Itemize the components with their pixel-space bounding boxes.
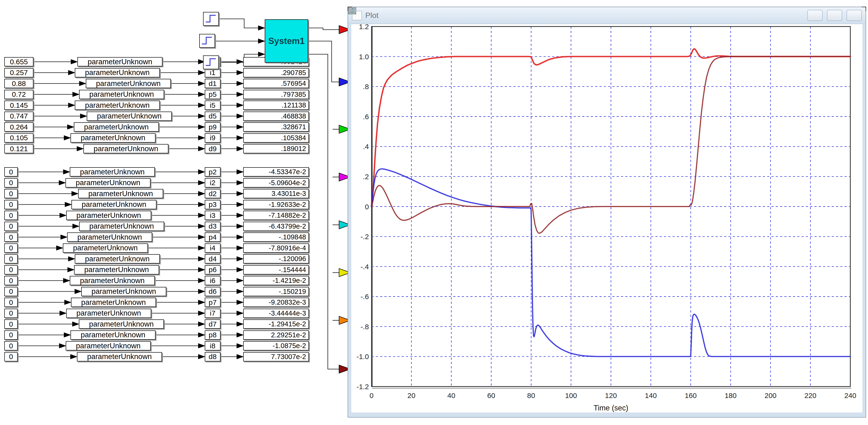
constant-block-p2[interactable]: 0 [4,167,18,177]
tag-block-p8[interactable]: p8 [205,330,220,340]
constant-block-d7[interactable]: 0 [4,320,18,329]
tag-block-i5[interactable]: i5 [205,100,220,110]
parameter-unknown-block-p8[interactable]: parameterUnknown [70,330,156,340]
constant-block-p3[interactable]: 0 [4,200,18,209]
tag-block-d2[interactable]: d2 [205,189,220,198]
display-block-i5[interactable]: .121138 [243,100,309,110]
display-block-d5[interactable]: .468838 [243,112,309,121]
parameter-unknown-block-i7[interactable]: parameterUnknown [66,309,151,318]
parameter-unknown-block-i6[interactable]: parameterUnknown [70,276,155,285]
parameter-unknown-block-i3[interactable]: parameterUnknown [66,211,151,220]
display-block-d6[interactable]: -.150219 [243,287,309,296]
plot-window[interactable]: Plot [348,7,866,418]
display-block-p9[interactable]: .328671 [243,122,309,132]
display-block-d7[interactable]: -1.29415e-2 [243,320,309,329]
constant-block-p8[interactable]: 0 [4,330,18,340]
constant-block-p1[interactable]: 0.655 [4,57,33,66]
constant-block-i7[interactable]: 0 [4,309,18,318]
constant-block-d2[interactable]: 0 [4,189,18,198]
tag-block-d5[interactable]: d5 [205,112,220,121]
parameter-unknown-block-p4[interactable]: parameterUnknown [67,233,152,242]
display-block-i2[interactable]: -5.09604e-2 [243,178,309,187]
parameter-unknown-block-i1[interactable]: parameterUnknown [75,68,160,78]
parameter-unknown-block-d1[interactable]: parameterUnknown [86,79,171,88]
parameter-unknown-block-d2[interactable]: parameterUnknown [78,189,163,198]
display-block-p6[interactable]: -.154444 [243,265,309,274]
display-block-d1[interactable]: .576954 [243,79,309,88]
display-block-p5[interactable]: .797385 [243,90,309,99]
maximize-button[interactable] [827,10,842,21]
parameter-unknown-block-p1[interactable]: parameterUnknown [78,57,162,66]
parameter-unknown-block-d4[interactable]: parameterUnknown [75,254,160,264]
parameter-unknown-block-p6[interactable]: parameterUnknown [74,265,159,274]
parameter-unknown-block-p7[interactable]: parameterUnknown [71,298,156,307]
constant-block-i9[interactable]: 0.105 [4,133,33,143]
parameter-unknown-block-p9[interactable]: parameterUnknown [74,122,159,132]
constant-block-d6[interactable]: 0 [4,287,18,296]
tag-block-i9[interactable]: i9 [205,133,220,143]
tag-block-i1[interactable]: i1 [205,68,220,78]
parameter-unknown-block-d7[interactable]: parameterUnknown [79,320,164,329]
display-block-i3[interactable]: -7.14882e-2 [243,211,309,220]
display-block-i9[interactable]: .105384 [243,133,309,143]
tag-block-d1[interactable]: d1 [205,79,220,88]
tag-block-d6[interactable]: d6 [205,287,220,296]
display-block-p7[interactable]: -9.20832e-3 [243,298,309,307]
display-block-i4[interactable]: -7.80916e-4 [243,243,309,253]
system1-block[interactable]: System1 [265,19,308,63]
parameter-unknown-block-i2[interactable]: parameterUnknown [65,178,151,187]
parameter-unknown-block-p2[interactable]: parameterUnknown [70,167,155,177]
tag-block-d8[interactable]: d8 [205,352,220,361]
tag-block-i2[interactable]: i2 [205,178,220,187]
parameter-unknown-block-i8[interactable]: parameterUnknown [66,341,151,351]
constant-block-p5[interactable]: 0.72 [4,90,33,99]
step-source-block-2[interactable] [199,34,215,48]
constant-block-i2[interactable]: 0 [4,178,18,187]
parameter-unknown-block-d6[interactable]: parameterUnknown [81,287,166,296]
tag-block-i3[interactable]: i3 [205,211,220,220]
constant-block-i5[interactable]: 0.145 [4,100,33,110]
parameter-unknown-block-d9[interactable]: parameterUnknown [83,144,168,153]
constant-block-d9[interactable]: 0.121 [4,144,33,153]
constant-block-p9[interactable]: 0.264 [4,122,33,132]
display-block-p2[interactable]: -4.53347e-2 [243,167,309,177]
display-block-d2[interactable]: 3.43011e-3 [243,189,309,198]
parameter-unknown-block-i5[interactable]: parameterUnknown [75,100,160,110]
parameter-unknown-block-i9[interactable]: parameterUnknown [70,133,156,143]
tag-block-d4[interactable]: d4 [205,254,220,264]
tag-block-p9[interactable]: p9 [205,122,220,132]
display-block-i6[interactable]: -1.4219e-2 [243,276,309,285]
display-block-p8[interactable]: 2.29251e-2 [243,330,309,340]
tag-block-d3[interactable]: d3 [205,222,220,231]
display-block-d9[interactable]: .189012 [243,144,309,153]
parameter-unknown-block-d5[interactable]: parameterUnknown [87,112,172,121]
parameter-unknown-block-i4[interactable]: parameterUnknown [63,243,148,253]
parameter-unknown-block-p3[interactable]: parameterUnknown [71,200,156,209]
tag-block-i7[interactable]: i7 [205,309,220,318]
tag-block-d9[interactable]: d9 [205,144,220,153]
tag-block-p6[interactable]: p6 [205,265,220,274]
tag-block-p7[interactable]: p7 [205,298,220,307]
tag-block-p3[interactable]: p3 [205,200,220,209]
parameter-unknown-block-d3[interactable]: parameterUnknown [79,222,164,231]
minimize-button[interactable] [807,10,823,21]
display-block-p3[interactable]: -1.92633e-2 [243,200,309,209]
display-block-d4[interactable]: -.120096 [243,254,309,264]
step-source-block-1[interactable] [203,12,219,26]
constant-block-i3[interactable]: 0 [4,211,18,220]
constant-block-i8[interactable]: 0 [4,341,18,351]
parameter-unknown-block-d8[interactable]: parameterUnknown [77,352,162,361]
constant-block-i6[interactable]: 0 [4,276,18,285]
plot-window-titlebar[interactable]: Plot [348,7,866,24]
constant-block-p7[interactable]: 0 [4,298,18,307]
tag-block-i4[interactable]: i4 [205,243,220,253]
constant-block-d8[interactable]: 0 [4,352,18,361]
constant-block-d1[interactable]: 0.88 [4,79,33,88]
constant-block-d5[interactable]: 0.747 [4,112,33,121]
display-block-i7[interactable]: -3.44444e-3 [243,309,309,318]
constant-block-p4[interactable]: 0 [4,233,18,242]
parameter-unknown-block-p5[interactable]: parameterUnknown [79,90,164,99]
tag-block-p2[interactable]: p2 [205,167,220,177]
close-button[interactable] [846,10,862,21]
constant-block-i1[interactable]: 0.257 [4,68,33,78]
